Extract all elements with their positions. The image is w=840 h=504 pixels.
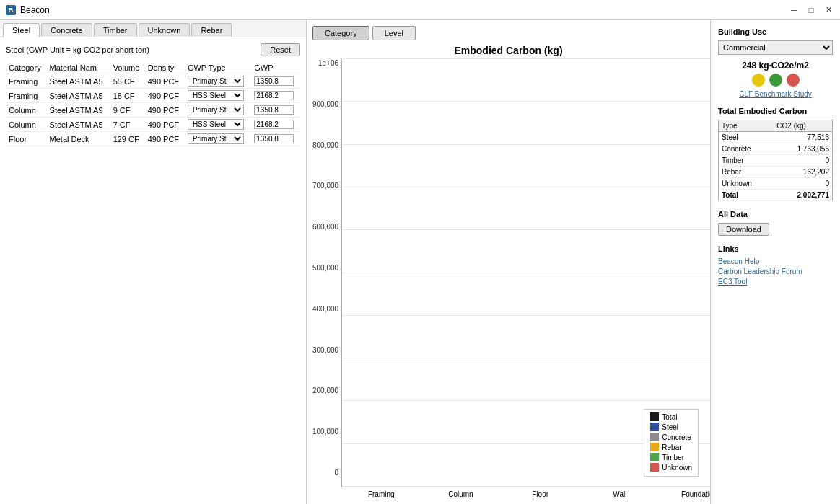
gwp-input[interactable] xyxy=(254,105,294,115)
legend-color-box xyxy=(650,453,659,461)
col-header-gwptype: GWP Type xyxy=(185,62,251,74)
carbon-value: 1,763,056 xyxy=(774,143,832,155)
download-button[interactable]: Download xyxy=(718,223,769,236)
cell-gwptype[interactable]: HSS Steel xyxy=(185,118,251,132)
benchmark-area: 248 kg·CO2e/m2 CLF Benchmark Study xyxy=(718,61,833,98)
grid-line xyxy=(342,187,710,187)
cell-gwp[interactable] xyxy=(251,132,300,146)
close-button[interactable]: ✕ xyxy=(823,4,834,16)
grid-line xyxy=(342,273,710,273)
carbon-type: Total xyxy=(719,190,774,201)
cell-category: Framing xyxy=(6,89,47,103)
bar-group xyxy=(342,486,421,487)
reset-button[interactable]: Reset xyxy=(261,43,300,56)
carbon-value: 2,002,771 xyxy=(774,190,832,201)
building-use-select[interactable]: Commercial xyxy=(718,40,833,55)
table-row: Framing Steel ASTM A5 55 CF 490 PCF Prim… xyxy=(6,74,300,89)
legend-color-box xyxy=(650,443,659,451)
carbon-row: Timber 0 xyxy=(719,155,833,167)
gwp-type-select[interactable]: HSS Steel xyxy=(188,90,244,101)
link-item[interactable]: EC3 Tool xyxy=(718,278,833,286)
maximize-button[interactable]: □ xyxy=(805,4,817,16)
legend-label: Unknown xyxy=(662,464,692,472)
tab-steel[interactable]: Steel xyxy=(3,23,40,37)
cell-volume: 7 CF xyxy=(110,118,145,132)
cell-gwptype[interactable]: Primary St xyxy=(185,103,251,118)
all-data-label: All Data xyxy=(718,210,833,218)
all-data-section: All Data Download xyxy=(718,210,833,236)
cell-density: 490 PCF xyxy=(145,118,185,132)
legend-item: Unknown xyxy=(650,463,692,472)
level-button[interactable]: Level xyxy=(372,26,416,40)
table-row: Floor Metal Deck 129 CF 490 PCF Primary … xyxy=(6,132,300,146)
x-axis-label: Wall xyxy=(580,487,660,498)
minimize-button[interactable]: ─ xyxy=(788,4,800,16)
gwp-input[interactable] xyxy=(254,76,294,86)
panel-header: Steel (GWP Unit = kg CO2 per short ton) … xyxy=(6,43,300,56)
cell-gwp[interactable] xyxy=(251,89,300,103)
cell-category: Framing xyxy=(6,74,47,89)
legend-label: Rebar xyxy=(662,443,681,451)
link-item[interactable]: Beacon Help xyxy=(718,257,833,265)
x-labels: FramingColumnFloorWallFoundation xyxy=(341,487,710,498)
y-axis-label: 400,000 xyxy=(312,305,338,313)
gwp-type-select[interactable]: Primary St xyxy=(188,105,244,115)
cell-volume: 129 CF xyxy=(110,132,145,146)
link-item[interactable]: Carbon Leadership Forum xyxy=(718,268,833,275)
gwp-type-select[interactable]: Primary St xyxy=(188,76,244,87)
cell-gwp[interactable] xyxy=(251,103,300,118)
tab-rebar[interactable]: Rebar xyxy=(191,23,232,37)
grid-line xyxy=(342,315,710,316)
cell-category: Floor xyxy=(6,132,47,146)
carbon-table: Type CO2 (kg) Steel 77,513 Concrete 1,76… xyxy=(718,120,833,201)
carbon-row: Rebar 162,202 xyxy=(719,167,833,178)
grid-line xyxy=(342,144,710,145)
legend-label: Steel xyxy=(662,423,678,431)
tab-timber[interactable]: Timber xyxy=(94,23,137,37)
legend-label: Total xyxy=(662,413,677,421)
tab-unknown[interactable]: Unknown xyxy=(139,23,191,37)
data-table: Category Material Nam Volume Density GWP… xyxy=(6,62,300,146)
bar-group xyxy=(501,486,580,487)
gwp-input[interactable] xyxy=(254,91,294,100)
cell-gwp[interactable] xyxy=(251,118,300,132)
bar-rebar xyxy=(700,486,710,487)
y-axis: 1e+06900,000800,000700,000600,000500,000… xyxy=(312,59,341,498)
benchmark-value: 248 kg·CO2e/m2 xyxy=(718,61,833,71)
col-header-material: Material Nam xyxy=(47,62,110,74)
bar-total xyxy=(507,486,517,487)
total-carbon-section: Total Embodied Carbon Type CO2 (kg) Stee… xyxy=(718,107,833,201)
carbon-col-type: Type xyxy=(719,120,774,132)
panel-title: Steel (GWP Unit = kg CO2 per short ton) xyxy=(6,45,149,54)
chart-legend: TotalSteelConcreteRebarTimberUnknown xyxy=(644,409,699,477)
y-axis-label: 300,000 xyxy=(312,346,338,354)
clf-link[interactable]: CLF Benchmark Study xyxy=(739,90,812,98)
table-header-row: Category Material Nam Volume Density GWP… xyxy=(6,62,300,74)
gwp-type-select[interactable]: Primary St xyxy=(188,133,244,144)
carbon-type: Unknown xyxy=(719,178,774,190)
gwp-input[interactable] xyxy=(254,120,294,129)
legend-item: Rebar xyxy=(650,443,692,451)
center-panel: Category Level Embodied Carbon (kg) 1e+0… xyxy=(307,20,710,504)
cell-density: 490 PCF xyxy=(145,103,185,118)
cell-gwp[interactable] xyxy=(251,74,300,89)
cell-gwptype[interactable]: HSS Steel xyxy=(185,89,251,103)
right-panel: Building Use Commercial 248 kg·CO2e/m2 C… xyxy=(710,20,840,504)
building-use-label: Building Use xyxy=(718,27,833,36)
carbon-value: 77,513 xyxy=(774,132,832,143)
cell-volume: 18 CF xyxy=(110,89,145,103)
carbon-value: 0 xyxy=(774,155,832,167)
gwp-input[interactable] xyxy=(254,134,294,143)
grid-line xyxy=(342,58,710,59)
gwp-type-select[interactable]: HSS Steel xyxy=(188,119,244,130)
cell-gwptype[interactable]: Primary St xyxy=(185,74,251,89)
table-row: Column Steel ASTM A5 7 CF 490 PCF HSS St… xyxy=(6,118,300,132)
y-axis-label: 700,000 xyxy=(312,182,338,190)
bar-total xyxy=(348,486,358,487)
cell-category: Column xyxy=(6,118,47,132)
category-button[interactable]: Category xyxy=(312,26,369,40)
cell-gwptype[interactable]: Primary St xyxy=(185,132,251,146)
circle-yellow xyxy=(752,74,765,87)
tab-concrete[interactable]: Concrete xyxy=(41,23,92,37)
cell-volume: 55 CF xyxy=(110,74,145,89)
